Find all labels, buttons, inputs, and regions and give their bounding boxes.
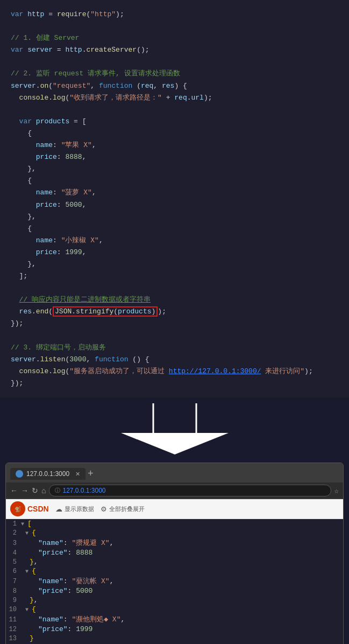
code-line-close1: }); [11,318,338,330]
new-tab-button[interactable]: + [88,468,94,479]
code-line-console: console.log("收到请求了，请求路径是：" + req.url); [11,92,338,104]
bookmark-button[interactable]: ☆ [334,486,339,495]
line-num-5: 5 [6,558,21,566]
address-text: 127.0.0.1:3000 [62,487,105,494]
code-line-p3-name: name: "小辣椒 X", [11,235,338,247]
down-arrow-icon [105,403,245,457]
arrow-section [0,398,349,463]
json-line-8: 8 "price": 5000 [6,586,343,596]
line-num-6: 6 [6,568,21,575]
json-name1: "name": "攒规避 X", [21,538,113,548]
code-line-p2-close: }, [11,211,338,223]
json-price1: "price": 8888 [21,549,92,557]
json-line-5: 5 }, [6,557,343,566]
code-line-blank5 [11,330,338,342]
line-num-10: 10 [6,606,21,613]
csdn-logo: 🐒 CSDN [10,501,49,516]
show-raw-button[interactable]: ☁ 显示原数据 [55,505,94,513]
collapse-all-button[interactable]: ⚙ 全部折叠展开 [101,505,145,513]
browser-tab-active[interactable]: 127.0.0.1:3000 ✕ [10,468,86,480]
cloud-icon: ☁ [55,505,62,513]
tab-close-button[interactable]: ✕ [75,471,80,478]
json-price2: "price": 5000 [21,587,92,595]
code-line-products: var products = [ [11,116,338,128]
code-line-p2-name: name: "菠萝 X", [11,187,338,199]
tab-globe-icon [16,470,23,478]
json-line-9: 9 }, [6,596,343,605]
code-line-blank [11,20,338,32]
json-name3: "name": "濒他荆処◆ X", [21,614,125,624]
code-line-blank2 [11,56,338,68]
json-obj1-close: }, [21,558,38,566]
json-line-11: 11 "name": "濒他荆処◆ X", [6,614,343,625]
line-num-2: 2 [6,529,21,537]
json-line-1: 1 ▼ [ [6,519,343,528]
browser-window: 127.0.0.1:3000 ✕ + ← → ↻ ⌂ ⓘ 127.0.0.1:3… [5,463,344,644]
triangle-2[interactable]: ▼ [25,530,29,536]
json-line-13: 13 } [6,634,343,643]
json-obj1-open: { [30,529,36,537]
show-raw-label: 显示原数据 [65,505,94,513]
code-line-p1-close: }, [11,163,338,175]
json-obj2-open: { [30,567,36,575]
browser-tabs: 127.0.0.1:3000 ✕ + [6,463,343,482]
code-line-1: var http = require("http"); [11,9,338,20]
code-line-listen: server.listen(3000, function () { [11,354,338,366]
code-line-arr-close: ]; [11,270,338,282]
json-line-6: 6 ▼ { [6,566,343,576]
triangle-1[interactable]: ▼ [21,521,24,527]
back-button[interactable]: ← [10,486,18,495]
csdn-icon: 🐒 [10,501,25,516]
json-line-4: 4 "price": 8888 [6,548,343,557]
triangle-6[interactable]: ▼ [25,569,29,575]
code-line-p2: { [11,175,338,187]
code-line-p3: { [11,223,338,235]
triangle-10[interactable]: ▼ [25,607,29,613]
code-line-p1: { [11,128,338,139]
collapse-icon: ⚙ [101,505,107,513]
code-line-p2-price: price: 5000, [11,199,338,211]
line-num-11: 11 [6,616,21,624]
code-line-p3-close: }, [11,258,338,270]
tab-label: 127.0.0.1:3000 [26,470,69,478]
json-price3: "price": 1999 [21,625,92,633]
json-line-10: 10 ▼ { [6,605,343,614]
json-obj2-close: }, [21,596,38,604]
browser-section: 127.0.0.1:3000 ✕ + ← → ↻ ⌂ ⓘ 127.0.0.1:3… [0,463,349,644]
line-num-7: 7 [6,578,21,585]
code-line-p3-price: price: 1999, [11,247,338,258]
json-line-2: 2 ▼ { [6,528,343,537]
browser-toolbar: 🐒 CSDN ☁ 显示原数据 ⚙ 全部折叠展开 [6,499,343,519]
line-num-1: 1 [6,520,21,528]
code-editor: var http = require("http"); // 1. 创建 Ser… [0,0,349,398]
svg-marker-2 [121,433,229,454]
code-line-started: console.log("服务器启动成功了，可以通过 http://127.0.… [11,366,338,377]
csdn-label: CSDN [27,505,49,513]
line-num-12: 12 [6,626,21,633]
code-line-close2: }); [11,377,338,389]
json-line-3: 3 "name": "攒规避 X", [6,537,343,548]
code-line-res-end: res.end(JSON.stringify(products)); [11,306,338,318]
code-line-comment3: // 响应内容只能是二进制数据或者字符串 [11,294,338,306]
code-line-p1-price: price: 8888, [11,151,338,163]
code-line-comment4: // 3. 绑定端口号，启动服务 [11,342,338,354]
json-name2: "name": "蘡沆帐 X", [21,576,113,586]
address-bar: ← → ↻ ⌂ ⓘ 127.0.0.1:3000 ☆ [6,482,343,499]
json-viewer: 1 ▼ [ 2 ▼ { 3 "name": "攒规避 X", 4 "price"… [6,519,343,644]
code-line-server-on: server.on("request", function (req, res)… [11,80,338,92]
code-line-4: var server = http.createServer(); [11,44,338,56]
code-line-blank4 [11,282,338,294]
code-line-comment1: // 1. 创建 Server [11,32,338,44]
forward-button[interactable]: → [21,486,29,495]
lock-icon: ⓘ [55,487,60,494]
address-input[interactable]: ⓘ 127.0.0.1:3000 [49,485,331,496]
collapse-label: 全部折叠展开 [109,505,145,513]
refresh-button[interactable]: ↻ [32,486,38,495]
code-line-comment2: // 2. 监听 request 请求事件, 设置请求处理函数 [11,68,338,80]
line-num-9: 9 [6,597,21,604]
line-num-8: 8 [6,587,21,595]
code-line-blank3 [11,104,338,116]
line-num-4: 4 [6,549,21,557]
code-line-p1-name: name: "苹果 X", [11,139,338,151]
home-button[interactable]: ⌂ [41,486,46,495]
